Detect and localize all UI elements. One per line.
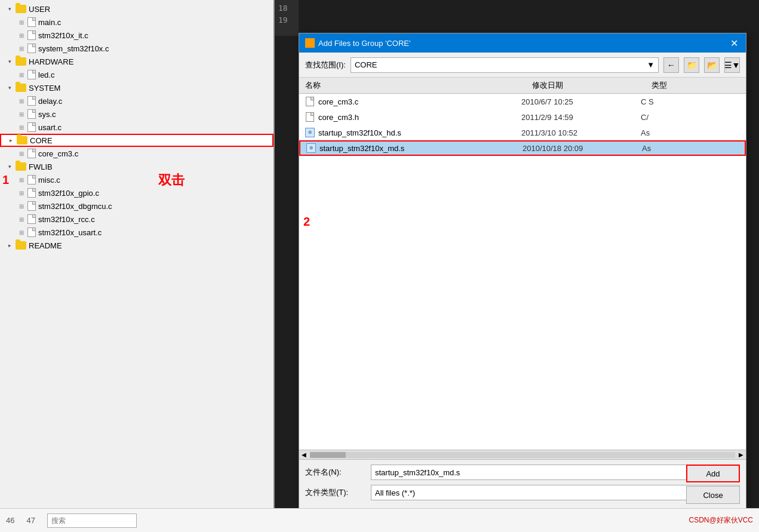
expand-icon-stm32f10x_dbgmcu_c[interactable]: ⊞ [17,201,26,211]
tree-item-system_stm32f10x_c[interactable]: ⊞system_stm32f10x.c [0,42,274,55]
tree-item-stm32f10x_dbgmcu_c[interactable]: ⊞stm32f10x_dbgmcu.c [0,199,274,213]
tree-item-misc_c[interactable]: ⊞misc.c [0,173,274,186]
search-input[interactable] [47,513,137,528]
scroll-track[interactable] [310,452,735,458]
expand-icon-main_c[interactable]: ⊞ [17,17,26,27]
expand-icon-fwlib[interactable]: ▾ [5,162,14,171]
tree-item-stm32f10x_gpio_c[interactable]: ⊞stm32f10x_gpio.c [0,186,274,199]
tree-item-usart_c[interactable]: ⊞usart.c [0,121,274,134]
tree-item-readme[interactable]: ▸README [0,239,274,252]
tree-label-delay_c: delay.c [38,97,62,106]
expand-icon-hardware[interactable]: ▾ [5,57,14,66]
location-label: 查找范围(I): [305,60,346,70]
tree-item-led_c[interactable]: ⊞led.c [0,68,274,81]
location-dropdown[interactable]: CORE ▼ [351,57,659,73]
folder-icon-hardware [16,57,26,66]
expand-icon-stm32f10x_gpio_c[interactable]: ⊞ [17,188,26,198]
project-tree: ▾USER⊞main.c⊞stm32f10x_it.c⊞system_stm32… [0,0,275,532]
tree-item-stm32f10x_it_c[interactable]: ⊞stm32f10x_it.c [0,29,274,42]
tree-label-led_c: led.c [38,70,54,79]
expand-icon-misc_c[interactable]: ⊞ [17,175,26,184]
file-list-area: 名称 修改日期 类型 core_cm3.c2010/6/7 10:25C Sco… [299,78,746,459]
scroll-thumb[interactable] [310,452,346,458]
up-folder-button[interactable]: 📁 [684,57,699,73]
tree-label-stm32f10x_it_c: stm32f10x_it.c [38,31,88,40]
close-button[interactable]: Close [686,486,740,504]
tree-item-stm32f10x_rcc_c[interactable]: ⊞stm32f10x_rcc.c [0,213,274,226]
file-list-item-core_cm3_h[interactable]: core_cm3.h2011/2/9 14:59C/ [299,109,746,125]
expand-icon-stm32f10x_it_c[interactable]: ⊞ [17,30,26,40]
column-type-header[interactable]: 类型 [646,80,746,91]
tree-label-core: CORE [30,136,53,145]
tree-item-main_c[interactable]: ⊞main.c [0,16,274,29]
expand-icon-led_c[interactable]: ⊞ [17,70,26,79]
expand-icon-core[interactable]: ▸ [6,136,16,145]
file-list-item-core_cm3_c[interactable]: core_cm3.c2010/6/7 10:25C S [299,94,746,109]
bottom-bar: 46 47 CSDN@好家伙VCC [0,508,759,532]
dialog-toolbar: 查找范围(I): CORE ▼ ← 📁 📂 ☰▼ [299,53,746,78]
add-button[interactable]: Add [686,465,740,482]
expand-icon-user[interactable]: ▾ [5,4,14,14]
asm-file-icon: ⚙ [306,143,316,153]
tree-item-core_cm3_c[interactable]: ⊞core_cm3.c [0,147,274,160]
tree-item-delay_c[interactable]: ⊞delay.c [0,94,274,107]
file-icon-delay_c [27,96,36,106]
expand-icon-usart_c[interactable]: ⊞ [17,122,26,132]
filetype-dropdown[interactable]: All files (*.*) ▼ [371,485,740,500]
tree-item-hardware[interactable]: ▾HARDWARE [0,55,274,68]
dialog-title-icon [305,38,315,48]
file-type-startup_hd: As [641,128,650,137]
close-icon[interactable]: ✕ [728,37,740,49]
expand-icon-system_stm32f10x_c[interactable]: ⊞ [17,44,26,53]
expand-icon-sys_c[interactable]: ⊞ [17,109,26,119]
tree-item-fwlib[interactable]: ▾FWLIB [0,160,274,173]
annotation-2: 2 [303,215,310,229]
expand-icon-delay_c[interactable]: ⊞ [17,96,26,106]
status-text: CSDN@好家伙VCC [689,515,753,525]
file-list-item-startup_md[interactable]: ⚙startup_stm32f10x_md.s2010/10/18 20:09A… [299,140,746,156]
column-name-header[interactable]: 名称 [299,80,526,91]
filename-row: 文件名(N): 3 [305,465,740,480]
column-date-header[interactable]: 修改日期 [526,80,646,91]
tree-item-system[interactable]: ▾SYSTEM [0,81,274,94]
view-button[interactable]: ☰▼ [724,57,740,73]
tree-label-stm32f10x_dbgmcu_c: stm32f10x_dbgmcu.c [38,202,112,211]
tree-item-sys_c[interactable]: ⊞sys.c [0,107,274,121]
file-type-core_cm3_h: C/ [641,113,649,122]
expand-icon-readme[interactable]: ▸ [5,241,14,250]
filename-input[interactable] [371,465,718,480]
file-date-core_cm3_c: 2010/6/7 10:25 [521,97,641,106]
tree-item-user[interactable]: ▾USER [0,2,274,16]
horizontal-scrollbar[interactable]: ◀ ▶ [299,450,746,459]
tree-item-core[interactable]: ▸CORE [0,134,274,147]
expand-icon-stm32f10x_usart_c[interactable]: ⊞ [17,227,26,237]
tree-item-stm32f10x_usart_c[interactable]: ⊞stm32f10x_usart.c [0,226,274,239]
tree-label-readme: README [29,241,62,250]
expand-icon-stm32f10x_rcc_c[interactable]: ⊞ [17,214,26,224]
file-icon-stm32f10x_it_c [27,30,36,40]
file-type-startup_md: As [642,144,651,153]
tree-label-stm32f10x_gpio_c: stm32f10x_gpio.c [38,189,99,198]
scroll-left-icon[interactable]: ◀ [299,451,309,458]
bottom-line-47: 47 [26,516,35,525]
annotation-double-click: 双击 [158,171,185,189]
file-date-core_cm3_h: 2011/2/9 14:59 [521,113,641,122]
filename-label: 文件名(N): [305,467,371,478]
scroll-right-icon[interactable]: ▶ [736,451,746,458]
folder-icon-fwlib [16,162,26,171]
tree-label-hardware: HARDWARE [29,57,73,66]
tree-label-user: USER [29,5,50,14]
back-button[interactable]: ← [663,57,679,73]
doc-file-icon [306,112,314,122]
dropdown-arrow-icon: ▼ [647,60,654,69]
doc-file-icon [306,97,314,106]
expand-icon-system[interactable]: ▾ [5,83,14,93]
tree-label-core_cm3_c: core_cm3.c [38,149,78,158]
status-icons: CSDN@好家伙VCC [689,515,753,525]
new-folder-button[interactable]: 📂 [704,57,720,73]
expand-icon-core_cm3_c[interactable]: ⊞ [17,149,26,158]
bottom-line-46: 46 [6,516,14,525]
file-icon-stm32f10x_usart_c [27,227,36,237]
file-date-startup_md: 2010/10/18 20:09 [523,144,642,153]
file-list-item-startup_hd[interactable]: ⚙startup_stm32f10x_hd.s2011/3/10 10:52As [299,125,746,140]
